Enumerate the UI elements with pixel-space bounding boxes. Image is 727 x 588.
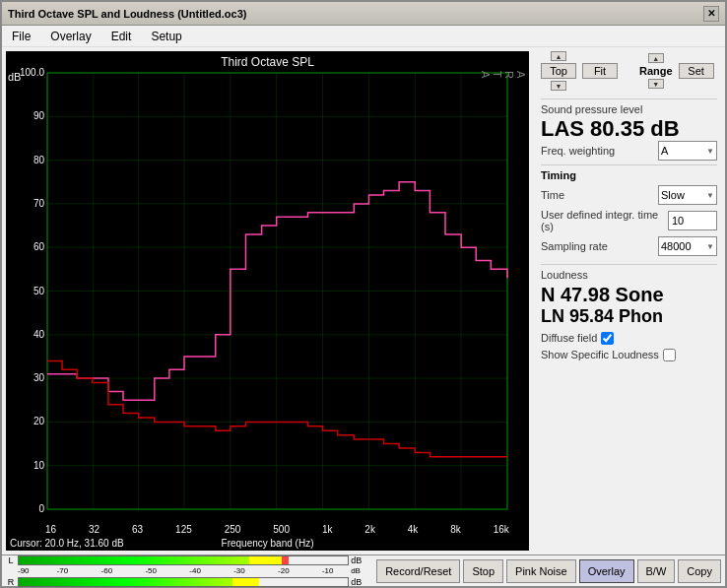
- level-bar-left-green: [19, 556, 249, 564]
- spl-section-label: Sound pressure level: [541, 103, 717, 115]
- x-label-16k: 16k: [494, 524, 509, 535]
- overlay-button[interactable]: Overlay: [579, 559, 634, 583]
- level-row-right: R dB: [6, 576, 372, 587]
- top-label-display: Top: [541, 63, 576, 79]
- time-row: Time Slow ▼: [541, 185, 717, 205]
- x-axis-labels: 16 32 63 125 250 500 1k 2k 4k 8k 16k: [45, 524, 509, 535]
- tick-70: -70: [41, 566, 84, 575]
- tick-20: -20: [262, 566, 304, 575]
- pink-noise-button[interactable]: Pink Noise: [506, 559, 576, 583]
- main-window: Third Octave SPL and Loudness (Untitled.…: [0, 0, 727, 588]
- ln-value: LN 95.84 Phon: [541, 306, 717, 328]
- loudness-label: Loudness: [541, 269, 717, 281]
- x-label-250: 250: [225, 524, 241, 535]
- show-specific-row: Show Specific Loudness: [541, 349, 717, 361]
- range-down-button[interactable]: ▼: [648, 79, 664, 89]
- timing-section: Timing Time Slow ▼ User defined integr. …: [541, 164, 717, 260]
- fit-group: Fit: [582, 51, 618, 91]
- top-up-button[interactable]: ▲: [551, 51, 566, 61]
- top-range-controls: ▲ Top ▼ Fit ▲ Range ▼ Set: [541, 51, 717, 91]
- tick-40: -40: [174, 566, 217, 575]
- freq-weighting-arrow-icon: ▼: [706, 147, 714, 156]
- diffuse-field-label: Diffuse field: [541, 332, 597, 344]
- menu-edit[interactable]: Edit: [105, 28, 138, 45]
- loudness-section: Loudness N 47.98 Sone LN 95.84 Phon Diff…: [541, 264, 717, 361]
- x-label-8k: 8k: [450, 524, 461, 535]
- fit-button[interactable]: Fit: [582, 63, 618, 79]
- tick-labels-row: -90 -70 -60 -50 -40 -30 -20 -10 dB: [6, 566, 372, 575]
- freq-weighting-value: A: [661, 145, 668, 157]
- bottom-bar: L dB -90 -70 -60 -50 -40 -30 -20 -10 dB: [2, 555, 725, 586]
- time-label: Time: [541, 189, 658, 201]
- y-axis-label: dB: [8, 71, 21, 83]
- time-dropdown[interactable]: Slow ▼: [658, 185, 717, 205]
- x-label-4k: 4k: [408, 524, 419, 535]
- tick-50: -50: [130, 566, 172, 575]
- close-button[interactable]: ✕: [703, 6, 719, 22]
- user-defined-input[interactable]: [668, 211, 717, 230]
- main-content: Third Octave SPL dB ARTA 16 32 63 125 25…: [2, 47, 725, 555]
- spl-value: LAS 80.35 dB: [541, 117, 717, 141]
- top-down-button[interactable]: ▼: [551, 81, 566, 91]
- diffuse-field-checkbox[interactable]: [601, 332, 614, 345]
- menu-setup[interactable]: Setup: [145, 28, 187, 45]
- left-channel-label: L: [6, 555, 16, 565]
- level-bar-left-yellow: [249, 556, 282, 564]
- level-row-left: L dB: [6, 555, 372, 565]
- diffuse-field-row: Diffuse field: [541, 332, 717, 345]
- sampling-rate-dropdown[interactable]: 48000 ▼: [658, 236, 717, 256]
- range-group: ▲ Range ▼: [639, 53, 673, 89]
- sampling-rate-arrow-icon: ▼: [706, 242, 714, 251]
- sampling-rate-row: Sampling rate 48000 ▼: [541, 236, 717, 256]
- spl-section: Sound pressure level LAS 80.35 dB Freq. …: [541, 98, 717, 161]
- level-bar-right-green: [19, 578, 232, 586]
- tick-30: -30: [219, 566, 261, 575]
- bw-button[interactable]: B/W: [637, 559, 676, 583]
- x-axis-title: Frequency band (Hz): [6, 538, 529, 549]
- level-bar-left-red: [282, 556, 289, 564]
- level-meter-left: [18, 555, 349, 565]
- time-value: Slow: [661, 189, 685, 201]
- right-channel-label: R: [6, 577, 16, 587]
- window-title: Third Octave SPL and Loudness (Untitled.…: [8, 8, 246, 20]
- freq-weighting-dropdown[interactable]: A ▼: [658, 141, 717, 161]
- title-bar: Third Octave SPL and Loudness (Untitled.…: [2, 2, 725, 26]
- set-group: Set: [679, 51, 714, 91]
- range-label: Range: [639, 65, 673, 77]
- x-label-63: 63: [132, 524, 143, 535]
- user-defined-row: User defined integr. time (s): [541, 209, 717, 232]
- sampling-rate-label: Sampling rate: [541, 240, 658, 252]
- time-arrow-icon: ▼: [706, 191, 714, 200]
- n-value: N 47.98 Sone: [541, 283, 717, 306]
- freq-weighting-label: Freq. weighting: [541, 145, 615, 157]
- db-label-right: dB: [351, 577, 372, 587]
- level-bar-right-yellow: [232, 578, 259, 586]
- arta-label: ARTA: [480, 71, 527, 79]
- menu-bar: File Overlay Edit Setup: [2, 26, 725, 47]
- range-up-button[interactable]: ▲: [648, 53, 664, 63]
- sampling-rate-value: 48000: [661, 240, 692, 252]
- freq-weighting-row: Freq. weighting A ▼: [541, 141, 717, 161]
- show-specific-label: Show Specific Loudness: [541, 349, 659, 360]
- x-label-32: 32: [89, 524, 99, 535]
- chart-canvas: [6, 51, 529, 551]
- set-button[interactable]: Set: [679, 63, 714, 79]
- x-label-125: 125: [175, 524, 192, 535]
- chart-area: Third Octave SPL dB ARTA 16 32 63 125 25…: [6, 51, 529, 551]
- tick-db: dB: [351, 566, 372, 575]
- db-label-left: dB: [351, 555, 372, 565]
- user-defined-label: User defined integr. time (s): [541, 209, 668, 232]
- x-label-500: 500: [273, 524, 290, 535]
- level-meter-right: [18, 577, 349, 587]
- level-meter-group: L dB -90 -70 -60 -50 -40 -30 -20 -10 dB: [6, 555, 372, 587]
- menu-file[interactable]: File: [6, 28, 36, 45]
- show-specific-checkbox[interactable]: [663, 349, 676, 361]
- copy-button[interactable]: Copy: [678, 559, 721, 583]
- top-group: ▲ Top ▼: [541, 51, 576, 91]
- x-label-2k: 2k: [364, 524, 375, 535]
- stop-button[interactable]: Stop: [463, 559, 503, 583]
- record-reset-button[interactable]: Record/Reset: [376, 559, 460, 583]
- timing-title: Timing: [541, 169, 717, 181]
- menu-overlay[interactable]: Overlay: [44, 28, 97, 45]
- tick-60: -60: [86, 566, 128, 575]
